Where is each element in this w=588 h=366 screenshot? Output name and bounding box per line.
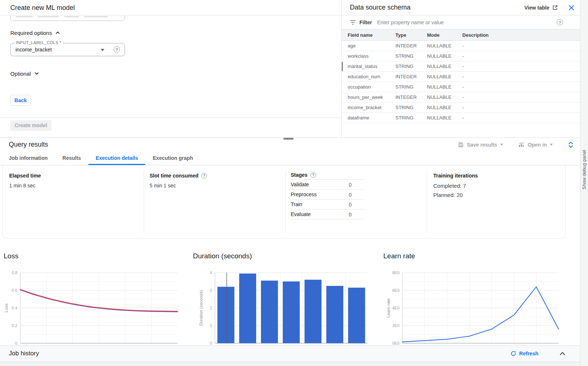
divider (0, 118, 342, 118)
svg-text:1: 1 (210, 323, 212, 328)
query-results-tabs: Job informationResultsExecution detailsE… (0, 151, 580, 165)
schema-table-body: ageINTEGERNULLABLE-workclassSTRINGNULLAB… (342, 41, 580, 123)
iterations-completed: Completed: 7 (433, 183, 478, 189)
svg-text:8E0: 8E0 (392, 270, 399, 275)
cell-type: STRING (395, 53, 427, 59)
collapse-up-icon[interactable] (560, 352, 565, 355)
refresh-button[interactable]: Refresh (510, 351, 538, 356)
elapsed-time-value: 1 min 8 sec (9, 183, 41, 189)
table-row: workclassSTRINGNULLABLE- (342, 51, 580, 61)
required-options-toggle[interactable]: Required options (10, 29, 60, 37)
cell-type: STRING (395, 84, 427, 90)
cell-name: workclass (348, 53, 395, 59)
slot-time-help-icon[interactable]: ? (201, 173, 207, 179)
schema-filter-bar: Filter ? (342, 15, 580, 29)
panel-resize-handle[interactable] (283, 138, 294, 140)
column-header-field-name: Field name (348, 32, 395, 38)
cell-description: - (462, 43, 580, 49)
stages-help-icon[interactable]: ? (311, 172, 316, 178)
cell-description: - (462, 84, 580, 90)
cell-mode: NULLABLE (427, 115, 462, 121)
help-icon[interactable]: ? (114, 46, 120, 53)
input-label-cols-select[interactable]: INPUT_LABEL_COLS * income_bracket ? (10, 43, 125, 56)
view-table-label: View table (524, 5, 549, 11)
learn-rate-chart-title: Learn rate (383, 252, 415, 260)
stage-row: Evaluate0 (291, 209, 364, 219)
tab-execution-graph[interactable]: Execution graph (146, 151, 201, 165)
query-results-header: Query results Save results Open in (0, 138, 580, 151)
filter-help-icon[interactable]: ? (557, 19, 563, 25)
svg-text:2: 2 (210, 306, 212, 310)
iterations-planned: Planned: 20 (433, 192, 478, 198)
cell-mode: NULLABLE (427, 64, 462, 69)
cell-mode: NULLABLE (427, 53, 462, 59)
tab-execution-details[interactable]: Execution details (88, 151, 145, 165)
tab-results[interactable]: Results (55, 151, 89, 165)
schema-panel-title: Data source schema (350, 4, 524, 11)
cell-description: - (462, 105, 580, 110)
svg-text:0.2: 0.2 (12, 323, 17, 328)
filter-icon (350, 20, 356, 25)
bottom-strip (0, 361, 580, 366)
create-model-button[interactable]: Create model (10, 120, 51, 131)
table-row: hours_per_weekINTEGERNULLABLE- (342, 92, 580, 103)
tab-job-information[interactable]: Job information (1, 151, 55, 165)
open-in-button[interactable]: Open in (519, 142, 553, 148)
save-results-button[interactable]: Save results (458, 142, 503, 148)
job-history-bar: Job history Refresh (0, 345, 580, 361)
table-row: occupationSTRINGNULLABLE- (342, 82, 580, 92)
stage-name: Preprocess (291, 191, 317, 197)
create-model-panel-header: Create new ML model (0, 0, 341, 15)
cell-type: STRING (395, 64, 427, 69)
query-results-title: Query results (9, 141, 458, 148)
back-button[interactable]: Back (10, 95, 31, 106)
elapsed-time-label: Elapsed time (9, 173, 41, 179)
loss-chart-title: Loss (4, 252, 18, 260)
duration-chart: 01234Duration (seconds) (193, 268, 371, 347)
table-row: ageINTEGERNULLABLE- (342, 41, 580, 51)
svg-text:0.8: 0.8 (12, 270, 17, 275)
cell-description: - (462, 53, 580, 59)
column-header-mode: Mode (427, 32, 462, 38)
view-table-button[interactable]: View table (524, 5, 558, 11)
show-debug-panel-button[interactable]: Show debug panel (581, 150, 587, 190)
duration-chart-title: Duration (seconds) (193, 252, 252, 260)
stage-row: Validate0 (291, 180, 364, 190)
stage-value: 0 (349, 212, 352, 218)
svg-text:6E0: 6E0 (392, 288, 399, 293)
cell-mode: NULLABLE (427, 84, 462, 90)
cell-name: hours_per_week (348, 94, 395, 100)
learn-rate-chart: 0E02E04E06E08E0Learn rate (383, 268, 562, 347)
cell-description: - (462, 94, 580, 100)
open-in-label: Open in (528, 142, 547, 148)
cell-name: occupation (348, 84, 395, 90)
create-model-panel: Create new ML model Required options INP… (0, 0, 342, 138)
cell-name: marital_status (348, 64, 395, 69)
slot-time-label: Slot time consumed ? (150, 173, 207, 179)
job-history-title: Job history (9, 350, 510, 357)
chevron-up-icon (55, 30, 60, 35)
slot-time-label-text: Slot time consumed (150, 173, 198, 179)
svg-text:0: 0 (15, 341, 17, 345)
schema-panel-header: Data source schema View table (342, 0, 580, 15)
optional-toggle[interactable]: Optional (10, 69, 39, 78)
scrollbar-thumb[interactable] (342, 62, 343, 71)
dropdown-caret-icon (550, 144, 553, 146)
filter-input[interactable] (377, 19, 557, 25)
external-link-icon (552, 5, 558, 10)
column-header-type: Type (395, 32, 427, 38)
data-source-schema-panel: Data source schema View table Filter ? F… (342, 0, 580, 138)
svg-text:0: 0 (210, 341, 212, 345)
stage-row: Preprocess0 (291, 190, 364, 200)
column-header-description: Description (462, 32, 580, 38)
stage-name: Validate (291, 182, 309, 187)
svg-text:4: 4 (210, 270, 212, 275)
refresh-label: Refresh (519, 351, 538, 356)
stage-value: 0 (349, 182, 352, 188)
loss-chart: 00.20.40.60.8Loss (3, 268, 184, 347)
field-selected-value: income_bracket (15, 43, 52, 56)
cell-name: age (348, 43, 395, 49)
expand-collapse-icon[interactable] (568, 141, 573, 148)
cell-type: INTEGER (395, 94, 427, 100)
close-icon[interactable] (568, 4, 575, 11)
